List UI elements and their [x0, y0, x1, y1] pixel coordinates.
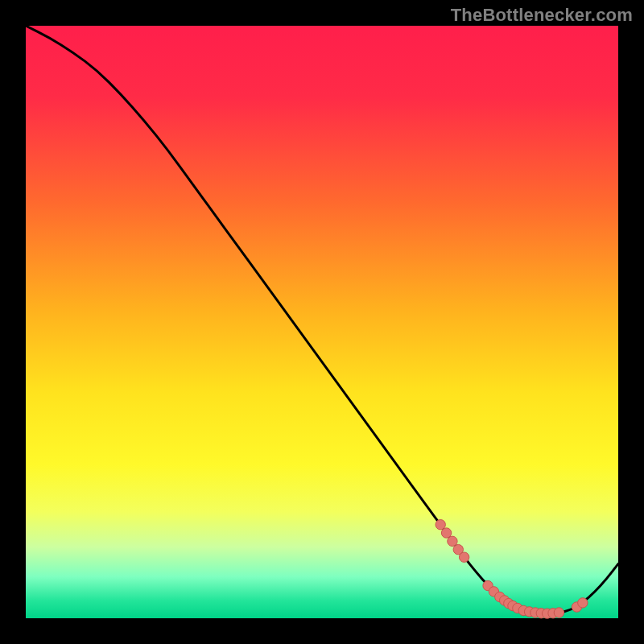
- bottleneck-chart: [0, 0, 644, 644]
- data-marker: [554, 608, 564, 617]
- svg-rect-0: [26, 26, 618, 618]
- chart-stage: TheBottlenecker.com: [0, 0, 644, 644]
- data-marker: [578, 598, 588, 608]
- data-marker: [459, 552, 469, 562]
- watermark-text: TheBottlenecker.com: [451, 5, 633, 26]
- plot-area: [26, 26, 618, 618]
